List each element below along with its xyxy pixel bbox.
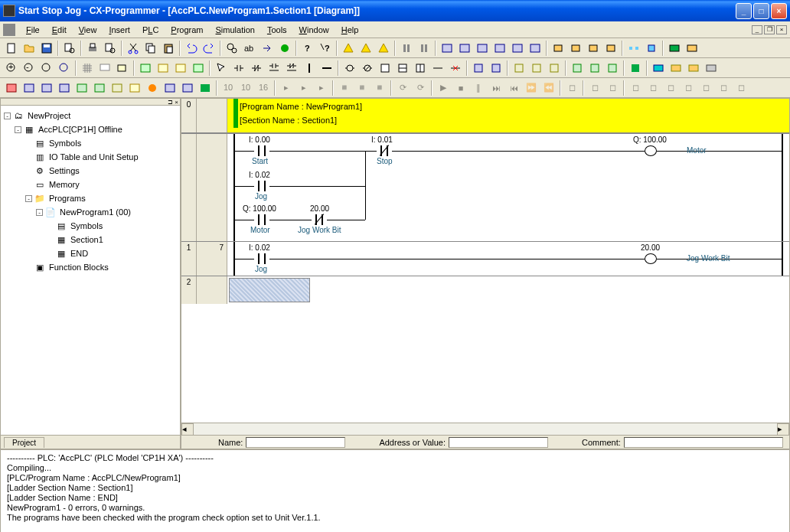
tool-k-icon[interactable]: [668, 60, 684, 77]
maximize-button[interactable]: □: [753, 3, 769, 19]
comments-icon[interactable]: [96, 60, 113, 77]
play-icon[interactable]: ▶: [435, 80, 452, 96]
cut-icon[interactable]: [125, 40, 142, 57]
dbg5-icon[interactable]: ◾: [354, 80, 371, 96]
tool-i-icon[interactable]: [627, 60, 644, 77]
close-button[interactable]: ×: [771, 3, 787, 19]
misc6-icon[interactable]: ◻: [662, 80, 679, 96]
window4-icon[interactable]: [491, 40, 508, 57]
hex-icon[interactable]: 16: [255, 80, 272, 96]
misc10-icon[interactable]: ◻: [733, 80, 749, 96]
zoom-fit-icon[interactable]: [38, 60, 55, 77]
scroll-left-button[interactable]: ◂: [181, 423, 194, 436]
view4-icon[interactable]: [190, 60, 207, 77]
goto-icon[interactable]: [259, 40, 276, 57]
menu-tools[interactable]: Tools: [261, 24, 293, 36]
zoom-in-icon[interactable]: +: [3, 60, 20, 77]
name-field[interactable]: [246, 437, 345, 448]
dbg6-icon[interactable]: ◾: [371, 80, 388, 96]
panel-handle[interactable]: ⊐ ×: [1, 99, 180, 106]
dbg3-icon[interactable]: ▸: [313, 80, 330, 96]
tree-settings[interactable]: Settings: [47, 166, 81, 175]
diagram-hscroll[interactable]: ◂ ▸: [181, 423, 789, 435]
menu-plc[interactable]: PLC: [136, 24, 165, 36]
paste-icon[interactable]: [160, 40, 177, 57]
vert-icon[interactable]: [301, 60, 318, 77]
empty-rung-selection[interactable]: [229, 278, 310, 302]
sim6-icon[interactable]: [91, 80, 108, 96]
comment-field[interactable]: [624, 437, 783, 448]
sim7-icon[interactable]: [109, 80, 126, 96]
misc7-icon[interactable]: ◻: [680, 80, 697, 96]
xfer2-icon[interactable]: [684, 40, 700, 57]
dbg2-icon[interactable]: ▸: [295, 80, 312, 96]
line-icon[interactable]: [429, 60, 446, 77]
tool-h-icon[interactable]: [604, 60, 621, 77]
context-help-icon[interactable]: ?: [317, 40, 334, 57]
zoom-100-icon[interactable]: [56, 60, 73, 77]
tree-prog-symbols[interactable]: Symbols: [69, 221, 104, 230]
tool-l-icon[interactable]: [685, 60, 702, 77]
window2-icon[interactable]: [456, 40, 473, 57]
dbg7-icon[interactable]: ⟳: [394, 80, 411, 96]
func-icon[interactable]: [377, 60, 393, 77]
chip2-icon[interactable]: [567, 40, 584, 57]
tree-section1[interactable]: Section1: [69, 235, 105, 244]
window3-icon[interactable]: [474, 40, 491, 57]
misc2-icon[interactable]: ◻: [586, 80, 603, 96]
xfer1-icon[interactable]: [666, 40, 683, 57]
chip1-icon[interactable]: [550, 40, 566, 57]
replace-icon[interactable]: ab: [241, 40, 258, 57]
menu-file[interactable]: File: [20, 24, 46, 36]
print2-icon[interactable]: [102, 40, 119, 57]
step3-icon[interactable]: ⏩: [523, 80, 540, 96]
print-preview-icon[interactable]: [61, 40, 78, 57]
undo-icon[interactable]: [183, 40, 200, 57]
tree-plc[interactable]: AccPLC[CP1H] Offline: [37, 125, 124, 134]
rung-2[interactable]: 2: [181, 276, 789, 304]
tree-memory[interactable]: Memory: [47, 180, 81, 189]
window6-icon[interactable]: [527, 40, 544, 57]
tab-project[interactable]: Project: [4, 437, 44, 448]
step4-icon[interactable]: ⏪: [540, 80, 557, 96]
sim8-icon[interactable]: [126, 80, 143, 96]
new-icon[interactable]: [3, 40, 20, 57]
tool-b-icon[interactable]: [488, 60, 504, 77]
window5-icon[interactable]: [509, 40, 526, 57]
window1-icon[interactable]: [439, 40, 455, 57]
menu-view[interactable]: View: [73, 24, 103, 36]
tool-m-icon[interactable]: [703, 60, 720, 77]
dbg1-icon[interactable]: ▸: [278, 80, 295, 96]
contact-jwb-nc[interactable]: [312, 214, 327, 225]
tool-a-icon[interactable]: [470, 60, 487, 77]
open-icon[interactable]: [21, 40, 38, 57]
pause2-icon[interactable]: [416, 40, 433, 57]
stop-icon[interactable]: ■: [452, 80, 469, 96]
dbg8-icon[interactable]: ⟳: [412, 80, 429, 96]
coil-motor[interactable]: [645, 145, 657, 156]
dec-icon[interactable]: 10: [237, 80, 254, 96]
sim4-icon[interactable]: [56, 80, 73, 96]
step-icon[interactable]: ⏭: [488, 80, 504, 96]
pause-icon[interactable]: ‖: [470, 80, 487, 96]
contact-motor-aux[interactable]: [254, 214, 269, 225]
grid-icon[interactable]: [79, 60, 96, 77]
addr-field[interactable]: [449, 437, 548, 448]
print-icon[interactable]: [84, 40, 101, 57]
tree-program[interactable]: NewProgram1 (00): [58, 207, 132, 217]
show-icon[interactable]: [114, 60, 131, 77]
menu-simulation[interactable]: Simulation: [210, 24, 261, 36]
bin-icon[interactable]: 10: [220, 80, 237, 96]
dbg4-icon[interactable]: ◾: [336, 80, 353, 96]
step2-icon[interactable]: ⏮: [505, 80, 522, 96]
warn1-icon[interactable]: [340, 40, 357, 57]
warn2-icon[interactable]: [357, 40, 374, 57]
minimize-button[interactable]: _: [736, 3, 752, 19]
tree-project[interactable]: NewProject: [26, 111, 72, 120]
save-icon[interactable]: [38, 40, 55, 57]
chip3-icon[interactable]: [585, 40, 602, 57]
sim9-icon[interactable]: [144, 80, 161, 96]
redo-icon[interactable]: [201, 40, 217, 57]
coil-jwb[interactable]: [645, 253, 657, 264]
menu-edit[interactable]: Edit: [46, 24, 73, 36]
